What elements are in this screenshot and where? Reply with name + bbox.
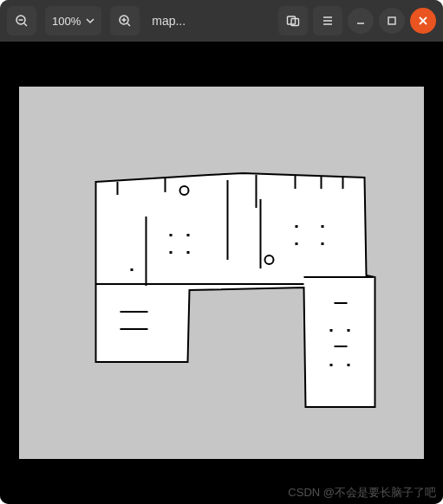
svg-rect-45: [348, 364, 350, 366]
gallery-button[interactable]: [278, 6, 308, 36]
zoom-level-select[interactable]: 100%: [45, 6, 101, 36]
close-icon: [418, 16, 428, 26]
svg-rect-42: [330, 329, 333, 332]
viewer-content[interactable]: CSDN @不会是要长脑子了吧: [0, 42, 443, 504]
svg-rect-35: [187, 234, 190, 236]
svg-rect-38: [296, 225, 298, 228]
maximize-icon: [387, 16, 397, 26]
svg-rect-36: [170, 251, 173, 254]
menu-icon: [321, 14, 335, 28]
gallery-icon: [286, 14, 300, 28]
svg-rect-44: [330, 364, 333, 366]
occupancy-grid-map: [19, 87, 424, 459]
svg-rect-34: [170, 234, 173, 236]
watermark-text: CSDN @不会是要长脑子了吧: [288, 485, 436, 501]
svg-rect-46: [131, 268, 134, 271]
window-title: map...: [152, 14, 186, 28]
titlebar: 100% map...: [0, 0, 443, 42]
svg-rect-41: [322, 242, 324, 245]
close-button[interactable]: [410, 8, 436, 34]
minimize-icon: [355, 16, 366, 26]
svg-rect-13: [388, 17, 395, 24]
zoom-in-button[interactable]: [110, 6, 140, 36]
svg-line-1: [24, 23, 27, 26]
svg-rect-43: [348, 329, 350, 332]
maximize-button[interactable]: [379, 8, 405, 34]
chevron-down-icon: [86, 16, 94, 25]
minimize-button[interactable]: [348, 8, 374, 34]
menu-button[interactable]: [313, 6, 342, 36]
svg-rect-39: [322, 225, 324, 228]
zoom-out-button[interactable]: [7, 6, 36, 36]
image-viewer-window: 100% map...: [0, 0, 443, 504]
svg-rect-40: [296, 242, 298, 245]
map-image: [19, 87, 424, 459]
zoom-in-icon: [118, 14, 132, 28]
zoom-out-icon: [15, 14, 29, 28]
svg-line-4: [127, 23, 130, 26]
zoom-level-label: 100%: [52, 15, 81, 28]
svg-rect-37: [187, 251, 190, 254]
